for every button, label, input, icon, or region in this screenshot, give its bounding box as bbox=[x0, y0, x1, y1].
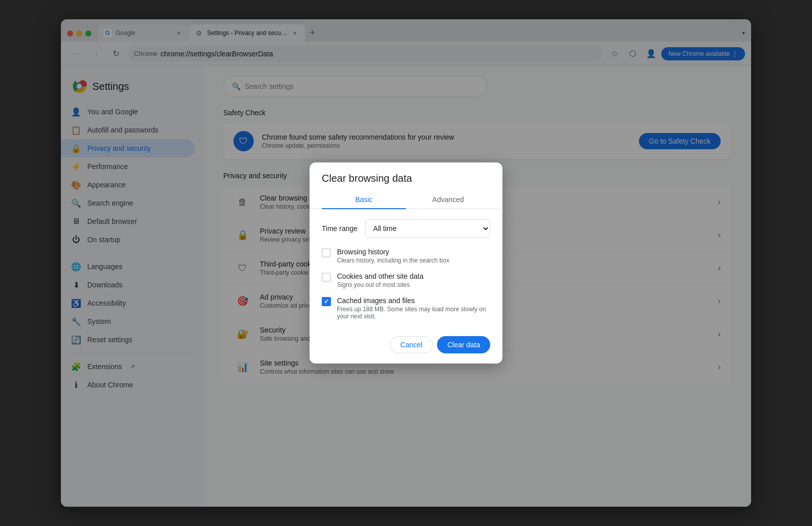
browsing-history-subtitle: Clears history, including in the search … bbox=[337, 257, 490, 264]
cookies-checkbox[interactable] bbox=[322, 273, 331, 282]
dialog-body: Time range Last hour Last 24 hours Last … bbox=[310, 209, 502, 330]
dialog-title: Clear browsing data bbox=[322, 173, 490, 184]
cookies-subtitle: Signs you out of most sites bbox=[337, 281, 490, 288]
cookies-text: Cookies and other site data Signs you ou… bbox=[337, 272, 490, 288]
browsing-history-checkbox[interactable] bbox=[322, 248, 331, 257]
cached-images-checkbox[interactable] bbox=[322, 297, 331, 306]
browsing-history-title: Browsing history bbox=[337, 248, 490, 256]
clear-browsing-data-dialog: Clear browsing data Basic Advanced Time … bbox=[310, 162, 502, 364]
time-range-select[interactable]: Last hour Last 24 hours Last 7 days Last… bbox=[365, 219, 490, 238]
dialog-footer: Cancel Clear data bbox=[310, 330, 502, 364]
dialog-tabs: Basic Advanced bbox=[310, 190, 502, 209]
time-range-row: Time range Last hour Last 24 hours Last … bbox=[322, 219, 490, 238]
dialog-header: Clear browsing data bbox=[310, 162, 502, 190]
dialog-tab-advanced[interactable]: Advanced bbox=[406, 190, 490, 209]
checkbox-cached-images: Cached images and files Frees up 188 MB.… bbox=[322, 297, 490, 320]
time-range-label: Time range bbox=[322, 224, 357, 233]
checkbox-cookies: Cookies and other site data Signs you ou… bbox=[322, 272, 490, 288]
clear-data-button[interactable]: Clear data bbox=[437, 336, 490, 353]
cached-images-subtitle: Frees up 188 MB. Some sites may load mor… bbox=[337, 306, 490, 320]
cached-images-title: Cached images and files bbox=[337, 297, 490, 305]
cancel-button[interactable]: Cancel bbox=[390, 336, 433, 353]
browsing-history-text: Browsing history Clears history, includi… bbox=[337, 248, 490, 264]
modal-overlay[interactable]: Clear browsing data Basic Advanced Time … bbox=[0, 0, 812, 526]
checkbox-browsing-history: Browsing history Clears history, includi… bbox=[322, 248, 490, 264]
cookies-title: Cookies and other site data bbox=[337, 272, 490, 280]
cached-images-text: Cached images and files Frees up 188 MB.… bbox=[337, 297, 490, 320]
dialog-tab-basic[interactable]: Basic bbox=[322, 190, 406, 209]
